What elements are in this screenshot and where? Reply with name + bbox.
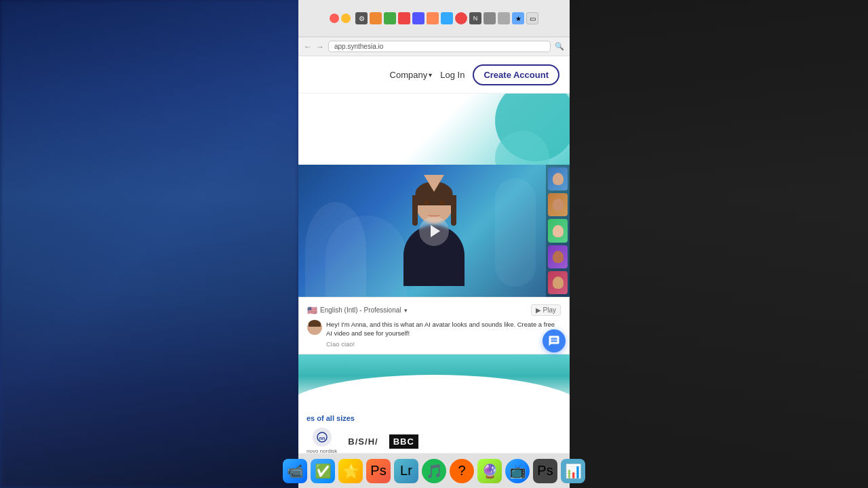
nav-company[interactable]: Company ▾ — [390, 70, 433, 80]
script-play-button[interactable]: ▶ Play — [531, 304, 561, 316]
extension-icon-10[interactable] — [498, 12, 510, 24]
nn-logo-svg: nn — [316, 431, 328, 443]
extension-icon-2[interactable] — [370, 12, 382, 24]
macos-dock: 📹 ✅ ⭐ Ps Lr 🎵 ? 🔮 📺 Ps 📊 — [298, 453, 570, 488]
script-area: 🇺🇸 English (Intl) - Professional ▾ ▶ Pla… — [298, 297, 570, 354]
extension-icon-12[interactable]: ▭ — [526, 12, 538, 24]
extension-icon-5[interactable] — [412, 12, 425, 24]
left-blurred-bg — [0, 0, 298, 488]
video-player[interactable] — [298, 165, 570, 297]
script-toolbar: 🇺🇸 English (Intl) - Professional ▾ ▶ Pla… — [307, 304, 561, 316]
chat-icon — [548, 335, 560, 347]
dock-icon-spotify[interactable]: 🎵 — [422, 459, 446, 483]
mac-minimize-button[interactable] — [341, 14, 351, 23]
logos-row: nn novo nordisk B/S/H/ BBC — [307, 428, 561, 454]
extension-icon-n[interactable]: N — [469, 12, 481, 24]
avatar-thumbnails — [546, 165, 570, 297]
avatar-eye-right — [439, 201, 445, 205]
novo-nordisk-logo: nn novo nordisk — [307, 428, 337, 454]
avatar-hair-side-left — [412, 195, 418, 226]
dock-icon-starred[interactable]: ⭐ — [338, 459, 363, 483]
bsh-logo: B/S/H/ — [348, 435, 378, 447]
dock-icon-appstore[interactable]: 🔮 — [477, 459, 502, 483]
chevron-icon: ▾ — [404, 307, 408, 314]
flag-icon: 🇺🇸 — [307, 306, 317, 315]
dock-icon-lightroom[interactable]: Lr — [394, 459, 418, 483]
script-text-container: Hey! I'm Anna, and this is what an AI av… — [326, 320, 561, 348]
bsh-text: B/S/H/ — [348, 436, 378, 447]
extension-icon-7[interactable] — [441, 12, 453, 24]
left-background — [0, 0, 298, 488]
address-bar: ← → app.synthesia.io 🔍 — [298, 37, 570, 56]
avatar-hair-side-right — [451, 195, 456, 226]
avatar-eye-left — [424, 201, 429, 205]
script-main-text: Hey! I'm Anna, and this is what an AI av… — [326, 320, 561, 338]
extension-icon-9[interactable] — [484, 12, 496, 24]
extension-icon-8[interactable] — [455, 12, 467, 24]
website-content: Company ▾ Log In Create Account — [298, 56, 570, 488]
avatar-thumb-5[interactable] — [548, 271, 568, 294]
wave-shape-3 — [495, 178, 536, 287]
nn-logo-circle: nn — [313, 428, 332, 447]
script-avatar-row: Hey! I'm Anna, and this is what an AI av… — [307, 320, 561, 348]
dock-icon-photoshop[interactable]: Ps — [366, 459, 391, 483]
extension-icon-1[interactable]: ⚙ — [355, 12, 368, 24]
create-account-button[interactable]: Create Account — [473, 64, 559, 85]
url-bar[interactable]: app.synthesia.io — [328, 41, 551, 52]
script-footer-text: Ciao ciao! — [326, 340, 561, 348]
mac-os-toolbar: ⚙ N ★ ▭ — [298, 0, 570, 37]
back-button[interactable]: ← — [304, 42, 312, 52]
dock-icon-ps2[interactable]: Ps — [533, 459, 557, 483]
search-icon[interactable]: 🔍 — [555, 42, 564, 51]
extension-icon-3[interactable] — [384, 12, 396, 24]
nav-bar: Company ▾ Log In Create Account — [298, 56, 570, 94]
dock-icon-reminders[interactable]: ✅ — [311, 459, 335, 483]
mac-close-button[interactable] — [330, 14, 339, 23]
dock-icon-tv[interactable]: 📺 — [505, 459, 530, 483]
hero-section — [298, 94, 570, 165]
avatar-vneck — [424, 175, 444, 192]
dock-icon-facetime[interactable]: 📹 — [283, 459, 307, 483]
bbc-text: BBC — [389, 434, 418, 449]
extension-icon-6[interactable] — [427, 12, 439, 24]
bbc-logo: BBC — [389, 435, 418, 447]
right-background — [570, 0, 868, 488]
svg-text:nn: nn — [319, 436, 325, 441]
avatar-thumb-3[interactable] — [548, 219, 568, 242]
logos-title: es of all sizes — [307, 414, 561, 422]
play-button[interactable] — [419, 216, 449, 246]
script-language-selector[interactable]: 🇺🇸 English (Intl) - Professional ▾ — [307, 306, 408, 315]
right-dark-bg — [570, 0, 868, 488]
dock-icon-numbers[interactable]: 📊 — [561, 459, 585, 483]
chat-button[interactable] — [542, 329, 566, 352]
play-icon — [431, 225, 440, 237]
language-label: English (Intl) - Professional — [320, 306, 401, 314]
nav-login[interactable]: Log In — [440, 70, 465, 80]
logos-section: es of all sizes nn novo nordisk B/S/H/ — [298, 409, 570, 460]
extension-icon-4[interactable] — [398, 12, 410, 24]
browser-window: ⚙ N ★ ▭ ← → app.synthesia.io 🔍 Company ▾ — [298, 0, 570, 488]
forward-button[interactable]: → — [316, 42, 324, 52]
avatar-thumb-4[interactable] — [548, 245, 568, 268]
extension-icon-11[interactable]: ★ — [512, 12, 524, 24]
avatar-thumb-1[interactable] — [548, 167, 568, 190]
dock-icon-help[interactable]: ? — [450, 459, 474, 483]
video-background — [298, 165, 570, 297]
avatar-thumb-2[interactable] — [548, 193, 568, 216]
script-avatar-thumbnail — [307, 320, 322, 335]
wave-cutout — [298, 375, 570, 409]
bottom-wave-decoration — [298, 354, 570, 409]
